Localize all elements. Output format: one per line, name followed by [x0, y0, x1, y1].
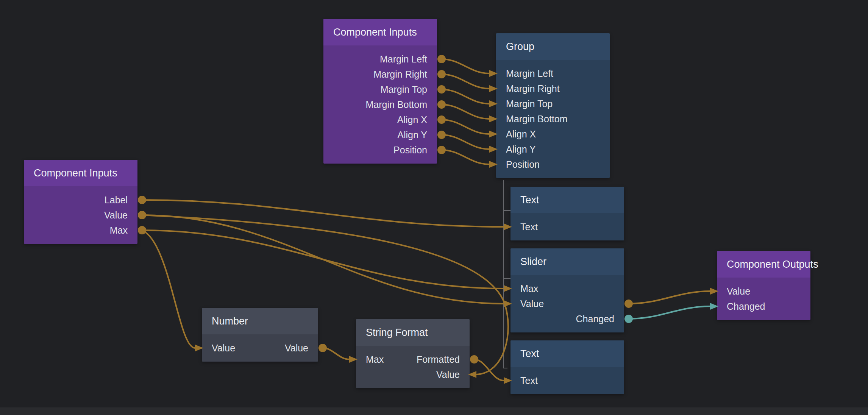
node-body: Text [510, 367, 624, 394]
port-row: Max [510, 281, 624, 296]
port-row: Align Y [323, 127, 437, 142]
port-row: Margin Bottom [323, 97, 437, 112]
node-body: Margin LeftMargin RightMargin TopMargin … [496, 60, 610, 178]
port-dot-component-inputs-top-1[interactable] [437, 70, 446, 78]
node-component-inputs-top[interactable]: Component InputsMargin LeftMargin RightM… [323, 19, 437, 164]
port-label-formatted: Formatted [417, 352, 460, 367]
node-title: Number [202, 308, 318, 334]
node-title: Slider [510, 248, 624, 275]
node-component-outputs[interactable]: Component OutputsValueChanged [717, 251, 810, 320]
port-row: Margin Left [496, 66, 610, 81]
node-body: ValueValue [202, 334, 318, 362]
port-row: Changed [510, 311, 624, 326]
port-row: Max [24, 223, 137, 238]
port-row: Align X [323, 112, 437, 127]
node-group[interactable]: GroupMargin LeftMargin RightMargin TopMa… [496, 33, 610, 178]
port-label-margin-left: Margin Left [506, 66, 553, 81]
port-dot-component-inputs-top-6[interactable] [437, 146, 446, 154]
node-body: MaxFormattedValue [356, 346, 470, 388]
port-row: Value [24, 208, 137, 223]
port-row: Text [510, 373, 624, 388]
port-dot-string-format-0[interactable] [470, 355, 478, 364]
node-title: Component Outputs [717, 251, 810, 278]
port-label-margin-right: Margin Right [506, 81, 560, 96]
port-dot-component-inputs-left-1[interactable] [138, 211, 146, 219]
node-title: Component Inputs [24, 160, 137, 186]
port-label-margin-bottom: Margin Bottom [365, 97, 427, 112]
node-graph-canvas[interactable]: Component InputsMargin LeftMargin RightM… [0, 0, 868, 415]
port-dot-component-inputs-left-0[interactable] [138, 196, 146, 204]
port-label-value: Value [436, 367, 460, 382]
port-row: Margin Bottom [496, 111, 610, 126]
node-title: Group [496, 33, 610, 60]
node-body: Text [510, 213, 624, 240]
port-label-text: Text [520, 373, 538, 388]
port-label-value: Value [104, 208, 128, 223]
port-dot-slider-2[interactable] [624, 315, 633, 323]
port-label-margin-bottom: Margin Bottom [506, 111, 568, 126]
port-row: Margin Top [323, 82, 437, 97]
port-row: Align Y [496, 142, 610, 157]
port-row: Value [510, 296, 624, 311]
port-label-label: Label [105, 192, 128, 208]
port-dot-component-inputs-top-2[interactable] [437, 85, 446, 94]
node-title: Text [510, 340, 624, 367]
port-dot-component-inputs-top-4[interactable] [437, 115, 446, 124]
port-row: Align X [496, 126, 610, 142]
port-label-max: Max [110, 223, 128, 238]
port-row: Label [24, 192, 137, 208]
node-body: MaxValueChanged [510, 275, 624, 332]
node-body: ValueChanged [717, 278, 810, 320]
node-body: Margin LeftMargin RightMargin TopMargin … [323, 45, 437, 164]
port-row: Value [717, 284, 810, 299]
port-row: Position [323, 142, 437, 158]
port-dot-component-inputs-left-2[interactable] [138, 226, 146, 234]
port-row: Position [496, 157, 610, 172]
port-label-position: Position [506, 157, 540, 172]
port-label-align-y: Align Y [397, 127, 427, 142]
port-label-align-x: Align X [397, 112, 427, 127]
port-label-changed: Changed [727, 299, 765, 314]
port-row: Margin Left [323, 51, 437, 67]
port-row: Margin Right [323, 67, 437, 82]
port-dot-component-inputs-top-3[interactable] [437, 100, 446, 109]
port-label-margin-right: Margin Right [373, 67, 427, 82]
port-label-value: Value [520, 296, 544, 311]
port-label-margin-left: Margin Left [380, 51, 427, 67]
port-row: Margin Right [496, 81, 610, 96]
port-label-value: Value [285, 340, 308, 356]
port-label-align-x: Align X [506, 126, 536, 142]
node-title: Text [510, 187, 624, 213]
port-label-margin-top: Margin Top [381, 82, 427, 97]
node-number[interactable]: NumberValueValue [202, 308, 318, 362]
port-dot-slider-1[interactable] [624, 300, 633, 308]
node-component-inputs-left[interactable]: Component InputsLabelValueMax [24, 160, 137, 244]
node-text-2[interactable]: TextText [510, 340, 624, 394]
node-string-format[interactable]: String FormatMaxFormattedValue [356, 319, 470, 388]
node-body: LabelValueMax [24, 186, 137, 244]
port-label-changed: Changed [576, 311, 614, 326]
port-dot-number-0[interactable] [318, 344, 327, 352]
port-label-position: Position [393, 142, 427, 158]
status-bar [0, 407, 868, 415]
port-row: Margin Top [496, 96, 610, 111]
port-row: MaxFormatted [356, 352, 470, 367]
node-title: String Format [356, 319, 470, 346]
port-label-max: Max [366, 352, 384, 367]
port-row: ValueValue [202, 340, 318, 356]
port-label-value: Value [727, 284, 750, 299]
port-row: Text [510, 219, 624, 234]
port-label-max: Max [520, 281, 538, 296]
port-label-align-y: Align Y [506, 142, 536, 157]
port-label-margin-top: Margin Top [506, 96, 553, 111]
node-text-1[interactable]: TextText [510, 187, 624, 240]
port-label-value: Value [212, 340, 235, 356]
node-slider[interactable]: SliderMaxValueChanged [510, 248, 624, 332]
port-row: Changed [717, 299, 810, 314]
port-dot-component-inputs-top-0[interactable] [437, 55, 446, 63]
node-title: Component Inputs [323, 19, 437, 45]
port-row: Value [356, 367, 470, 382]
port-label-text: Text [520, 219, 538, 234]
port-dot-component-inputs-top-5[interactable] [437, 131, 446, 139]
